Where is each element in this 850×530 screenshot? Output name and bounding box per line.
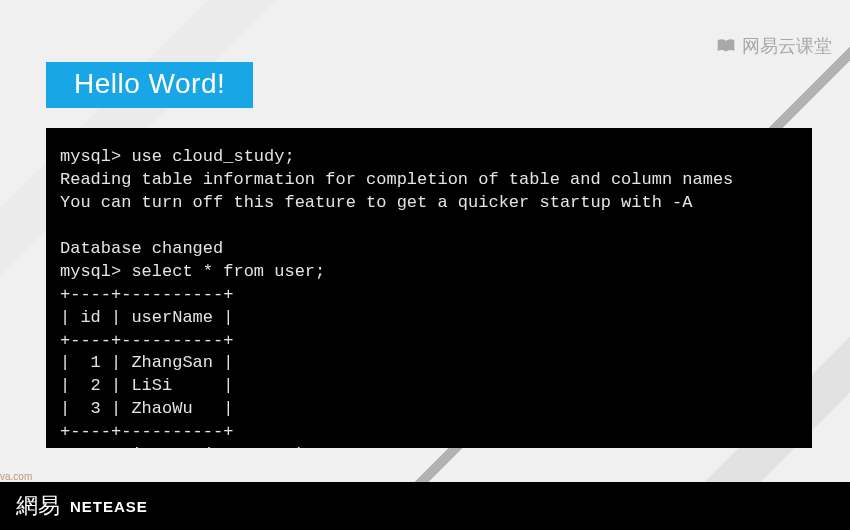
terminal-line: | 2 | LiSi | bbox=[60, 376, 233, 395]
terminal-line: +----+----------+ bbox=[60, 331, 233, 350]
terminal-line: | id | userName | bbox=[60, 308, 233, 327]
footer-logo-cn: 網易 bbox=[16, 491, 60, 521]
terminal-line: +----+----------+ bbox=[60, 422, 233, 441]
terminal-line: | 1 | ZhangSan | bbox=[60, 353, 233, 372]
terminal-line: +----+----------+ bbox=[60, 285, 233, 304]
slide-title: Hello Word! bbox=[46, 62, 253, 108]
terminal-output: mysql> use cloud_study; Reading table in… bbox=[46, 128, 812, 448]
terminal-line: | 3 | ZhaoWu | bbox=[60, 399, 233, 418]
terminal-line: Database changed bbox=[60, 239, 223, 258]
slide-title-text: Hello Word! bbox=[74, 68, 225, 99]
watermark-left: va.com bbox=[0, 471, 32, 482]
slide-stage: 网易云课堂 Hello Word! mysql> use cloud_study… bbox=[0, 0, 850, 530]
watermark-top-right: 网易云课堂 bbox=[716, 34, 832, 58]
terminal-line: mysql> use cloud_study; bbox=[60, 147, 295, 166]
footer-bar: 網易 NETEASE bbox=[0, 482, 850, 530]
book-icon bbox=[716, 38, 736, 54]
terminal-line: 3 rows in set (0.00 sec) bbox=[60, 445, 305, 448]
terminal-line: Reading table information for completion… bbox=[60, 170, 733, 189]
footer-brand-en: NETEASE bbox=[70, 498, 148, 515]
watermark-text: 网易云课堂 bbox=[742, 34, 832, 58]
terminal-line: mysql> select * from user; bbox=[60, 262, 325, 281]
terminal-line: You can turn off this feature to get a q… bbox=[60, 193, 693, 212]
